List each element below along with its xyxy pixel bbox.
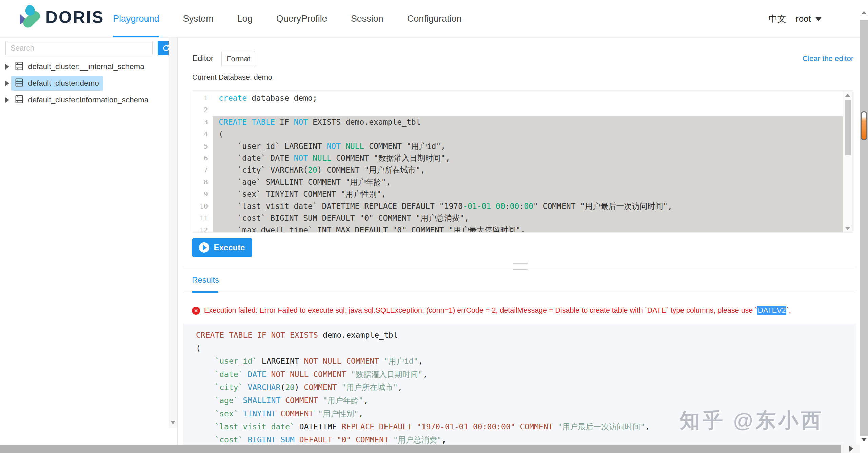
editor-line-number: 7 bbox=[192, 164, 213, 176]
editor-scroll-thumb[interactable] bbox=[845, 100, 851, 155]
code-segment: IF bbox=[275, 118, 294, 126]
result-sql-line: `city` VARCHAR(20) COMMENT "用户所在城市", bbox=[183, 381, 856, 394]
editor-line[interactable]: 7 `city` VARCHAR(20) COMMENT "用户所在城市", bbox=[192, 164, 843, 176]
tree-expand-caret-icon[interactable] bbox=[5, 64, 9, 70]
vscroll-thumb[interactable] bbox=[861, 111, 867, 140]
current-database-label: Current Database: demo bbox=[192, 73, 272, 82]
nav-item-system[interactable]: System bbox=[183, 0, 214, 37]
code-segment bbox=[238, 396, 243, 405]
code-segment: demo.example_tbl bbox=[318, 331, 398, 339]
language-switch[interactable]: 中文 bbox=[769, 0, 786, 37]
editor-line-code: ( bbox=[213, 128, 843, 140]
scroll-up-icon[interactable] bbox=[861, 11, 867, 14]
code-segment: , bbox=[359, 409, 363, 418]
tree-item-body[interactable]: default_cluster:information_schema bbox=[11, 93, 153, 107]
window-vscrollbar[interactable] bbox=[860, 0, 868, 453]
nav-item-configuration[interactable]: Configuration bbox=[407, 0, 462, 37]
editor-line[interactable]: 8 `age` SMALLINT COMMENT "用户年龄", bbox=[192, 176, 843, 188]
logo-text: DORIS bbox=[45, 7, 104, 27]
doris-logo[interactable]: DORIS bbox=[18, 5, 104, 30]
user-menu[interactable]: root bbox=[796, 0, 822, 37]
editor-scroll-up-icon[interactable] bbox=[845, 94, 850, 97]
editor-line-number: 11 bbox=[192, 212, 213, 224]
editor-line-code: `max_dwell_time` INT MAX DEFAULT "0" COM… bbox=[213, 224, 843, 233]
vscroll-track[interactable] bbox=[860, 20, 868, 436]
database-icon bbox=[15, 78, 24, 88]
code-segment: NOT NULL COMMENT bbox=[304, 357, 379, 366]
editor-line[interactable]: 10 `last_visit_date` DATETIME REPLACE DE… bbox=[192, 200, 843, 212]
code-segment: ) COMMENT "用户所在城市", bbox=[317, 165, 425, 174]
results-tabbar-border bbox=[183, 292, 856, 292]
code-segment bbox=[276, 409, 280, 418]
code-segment: 20 bbox=[285, 383, 295, 392]
tab-editor[interactable]: Editor bbox=[192, 54, 214, 63]
tree-item-body[interactable]: default_cluster:__internal_schema bbox=[11, 59, 149, 74]
sidebar-scrollbar[interactable] bbox=[169, 38, 177, 428]
editor-line[interactable]: 3CREATE TABLE IF NOT EXISTS demo.example… bbox=[192, 116, 843, 128]
editor-line[interactable]: 4( bbox=[192, 128, 843, 140]
clear-editor-link[interactable]: Clear the editor bbox=[803, 54, 853, 63]
code-segment: DEFAULT bbox=[299, 435, 332, 444]
code-segment: " COMMENT "用户最后一次访问时间", bbox=[533, 202, 672, 211]
nav-item-log[interactable]: Log bbox=[237, 0, 253, 37]
code-segment: SMALLINT bbox=[243, 396, 281, 405]
editor-line-number: 5 bbox=[192, 140, 213, 152]
sql-editor[interactable]: 1create database demo;23CREATE TABLE IF … bbox=[192, 90, 853, 233]
editor-line[interactable]: 9 `sex` TINYINT COMMENT "用户性别", bbox=[192, 188, 843, 200]
code-segment: NULL bbox=[346, 142, 364, 151]
result-sql-line: `age` SMALLINT COMMENT "用户年龄", bbox=[183, 394, 856, 407]
code-segment: DATE bbox=[248, 370, 266, 379]
editor-scroll-down-icon[interactable] bbox=[845, 226, 850, 230]
tree-item[interactable]: default_cluster:demo bbox=[0, 75, 168, 92]
code-segment: `city` bbox=[215, 383, 243, 392]
code-segment bbox=[351, 435, 356, 444]
editor-line[interactable]: 2 bbox=[192, 104, 843, 116]
code-segment bbox=[196, 396, 215, 405]
scroll-down-icon[interactable] bbox=[170, 421, 176, 424]
scroll-down-icon[interactable] bbox=[861, 438, 867, 441]
search-input[interactable] bbox=[5, 41, 153, 55]
code-segment bbox=[196, 370, 215, 379]
format-button[interactable]: Format bbox=[221, 51, 255, 67]
database-icon bbox=[15, 61, 24, 72]
code-segment: -01-01 bbox=[463, 202, 491, 211]
resizer-grip-icon[interactable] bbox=[513, 263, 528, 264]
play-icon bbox=[199, 242, 209, 253]
window-hscrollbar[interactable] bbox=[0, 445, 860, 453]
code-segment: `date` DATE bbox=[219, 154, 294, 162]
hscroll-thumb[interactable] bbox=[0, 445, 841, 453]
code-segment: TABLE bbox=[252, 118, 275, 126]
editor-line[interactable]: 1create database demo; bbox=[192, 92, 843, 104]
editor-line[interactable]: 12 `max_dwell_time` INT MAX DEFAULT "0" … bbox=[192, 224, 843, 233]
panel-resizer[interactable] bbox=[183, 267, 856, 267]
nav-item-session[interactable]: Session bbox=[351, 0, 383, 37]
code-segment: "用户所在城市" bbox=[341, 383, 398, 392]
code-segment: NOT bbox=[294, 118, 308, 126]
resizer-grip-icon[interactable] bbox=[513, 269, 528, 270]
code-segment: ( bbox=[219, 130, 223, 138]
editor-line-number: 6 bbox=[192, 152, 213, 164]
code-segment: NOT NULL COMMENT bbox=[271, 370, 347, 379]
code-segment: , bbox=[441, 435, 446, 444]
tab-results[interactable]: Results bbox=[192, 275, 219, 285]
tree-item-body[interactable]: default_cluster:demo bbox=[11, 76, 103, 91]
editor-scrollbar[interactable] bbox=[843, 91, 852, 233]
tree-expand-caret-icon[interactable] bbox=[5, 97, 9, 103]
editor-code-area[interactable]: 1create database demo;23CREATE TABLE IF … bbox=[192, 92, 843, 233]
nav-item-queryprofile[interactable]: QueryProfile bbox=[276, 0, 327, 37]
code-segment: 00 bbox=[524, 202, 533, 211]
tree-item[interactable]: default_cluster:__internal_schema bbox=[0, 58, 168, 75]
editor-line[interactable]: 11 `cost` BIGINT SUM DEFAULT "0" COMMENT… bbox=[192, 212, 843, 224]
app-header: DORIS PlaygroundSystemLogQueryProfileSes… bbox=[0, 0, 868, 38]
execute-button[interactable]: Execute bbox=[192, 238, 252, 257]
tree-item[interactable]: default_cluster:information_schema bbox=[0, 92, 168, 108]
code-segment: , bbox=[363, 396, 368, 405]
editor-line[interactable]: 6 `date` DATE NOT NULL COMMENT "数据灌入日期时间… bbox=[192, 152, 843, 164]
code-segment: : bbox=[519, 202, 524, 211]
error-text: Execution failed: Error Failed to execut… bbox=[204, 306, 791, 315]
scroll-right-icon[interactable] bbox=[849, 446, 853, 452]
editor-line-code: `user_id` LARGEINT NOT NULL COMMENT "用户i… bbox=[213, 140, 843, 152]
editor-line[interactable]: 5 `user_id` LARGEINT NOT NULL COMMENT "用… bbox=[192, 140, 843, 152]
nav-item-playground[interactable]: Playground bbox=[113, 0, 159, 37]
tree-expand-caret-icon[interactable] bbox=[5, 81, 9, 86]
